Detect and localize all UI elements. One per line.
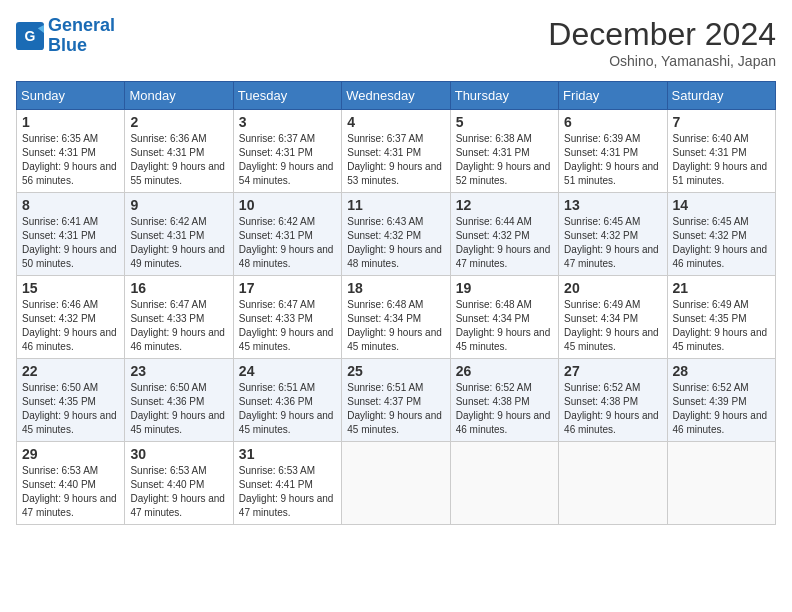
calendar-cell: 18 Sunrise: 6:48 AM Sunset: 4:34 PM Dayl… — [342, 276, 450, 359]
day-number: 17 — [239, 280, 336, 296]
calendar-cell: 3 Sunrise: 6:37 AM Sunset: 4:31 PM Dayli… — [233, 110, 341, 193]
day-info: Sunrise: 6:45 AM Sunset: 4:32 PM Dayligh… — [673, 215, 770, 271]
day-number: 29 — [22, 446, 119, 462]
day-number: 4 — [347, 114, 444, 130]
day-number: 24 — [239, 363, 336, 379]
day-number: 9 — [130, 197, 227, 213]
calendar-cell: 9 Sunrise: 6:42 AM Sunset: 4:31 PM Dayli… — [125, 193, 233, 276]
day-number: 30 — [130, 446, 227, 462]
calendar-cell: 11 Sunrise: 6:43 AM Sunset: 4:32 PM Dayl… — [342, 193, 450, 276]
calendar-cell: 6 Sunrise: 6:39 AM Sunset: 4:31 PM Dayli… — [559, 110, 667, 193]
day-info: Sunrise: 6:41 AM Sunset: 4:31 PM Dayligh… — [22, 215, 119, 271]
logo-text: GeneralBlue — [48, 16, 115, 56]
calendar-cell: 12 Sunrise: 6:44 AM Sunset: 4:32 PM Dayl… — [450, 193, 558, 276]
day-number: 18 — [347, 280, 444, 296]
day-info: Sunrise: 6:47 AM Sunset: 4:33 PM Dayligh… — [239, 298, 336, 354]
calendar-header-row: SundayMondayTuesdayWednesdayThursdayFrid… — [17, 82, 776, 110]
weekday-header-tuesday: Tuesday — [233, 82, 341, 110]
day-number: 12 — [456, 197, 553, 213]
weekday-header-monday: Monday — [125, 82, 233, 110]
month-title: December 2024 — [548, 16, 776, 53]
calendar-week-2: 8 Sunrise: 6:41 AM Sunset: 4:31 PM Dayli… — [17, 193, 776, 276]
day-info: Sunrise: 6:51 AM Sunset: 4:36 PM Dayligh… — [239, 381, 336, 437]
calendar-cell: 14 Sunrise: 6:45 AM Sunset: 4:32 PM Dayl… — [667, 193, 775, 276]
day-number: 3 — [239, 114, 336, 130]
weekday-header-wednesday: Wednesday — [342, 82, 450, 110]
calendar-cell: 16 Sunrise: 6:47 AM Sunset: 4:33 PM Dayl… — [125, 276, 233, 359]
day-info: Sunrise: 6:53 AM Sunset: 4:40 PM Dayligh… — [22, 464, 119, 520]
day-info: Sunrise: 6:39 AM Sunset: 4:31 PM Dayligh… — [564, 132, 661, 188]
day-number: 6 — [564, 114, 661, 130]
day-info: Sunrise: 6:48 AM Sunset: 4:34 PM Dayligh… — [347, 298, 444, 354]
calendar-cell: 7 Sunrise: 6:40 AM Sunset: 4:31 PM Dayli… — [667, 110, 775, 193]
day-info: Sunrise: 6:52 AM Sunset: 4:38 PM Dayligh… — [456, 381, 553, 437]
calendar-cell: 10 Sunrise: 6:42 AM Sunset: 4:31 PM Dayl… — [233, 193, 341, 276]
calendar-week-5: 29 Sunrise: 6:53 AM Sunset: 4:40 PM Dayl… — [17, 442, 776, 525]
day-info: Sunrise: 6:46 AM Sunset: 4:32 PM Dayligh… — [22, 298, 119, 354]
calendar-cell: 22 Sunrise: 6:50 AM Sunset: 4:35 PM Dayl… — [17, 359, 125, 442]
logo-icon: G — [16, 22, 44, 50]
calendar-cell: 20 Sunrise: 6:49 AM Sunset: 4:34 PM Dayl… — [559, 276, 667, 359]
day-number: 22 — [22, 363, 119, 379]
calendar-week-4: 22 Sunrise: 6:50 AM Sunset: 4:35 PM Dayl… — [17, 359, 776, 442]
day-number: 21 — [673, 280, 770, 296]
day-info: Sunrise: 6:40 AM Sunset: 4:31 PM Dayligh… — [673, 132, 770, 188]
day-number: 20 — [564, 280, 661, 296]
calendar-cell: 19 Sunrise: 6:48 AM Sunset: 4:34 PM Dayl… — [450, 276, 558, 359]
day-info: Sunrise: 6:47 AM Sunset: 4:33 PM Dayligh… — [130, 298, 227, 354]
day-number: 27 — [564, 363, 661, 379]
day-info: Sunrise: 6:36 AM Sunset: 4:31 PM Dayligh… — [130, 132, 227, 188]
calendar-cell: 13 Sunrise: 6:45 AM Sunset: 4:32 PM Dayl… — [559, 193, 667, 276]
calendar-week-3: 15 Sunrise: 6:46 AM Sunset: 4:32 PM Dayl… — [17, 276, 776, 359]
day-info: Sunrise: 6:50 AM Sunset: 4:36 PM Dayligh… — [130, 381, 227, 437]
day-info: Sunrise: 6:44 AM Sunset: 4:32 PM Dayligh… — [456, 215, 553, 271]
day-number: 23 — [130, 363, 227, 379]
day-number: 11 — [347, 197, 444, 213]
day-info: Sunrise: 6:53 AM Sunset: 4:41 PM Dayligh… — [239, 464, 336, 520]
calendar-cell: 23 Sunrise: 6:50 AM Sunset: 4:36 PM Dayl… — [125, 359, 233, 442]
calendar-cell — [342, 442, 450, 525]
day-info: Sunrise: 6:49 AM Sunset: 4:35 PM Dayligh… — [673, 298, 770, 354]
day-info: Sunrise: 6:42 AM Sunset: 4:31 PM Dayligh… — [130, 215, 227, 271]
weekday-header-sunday: Sunday — [17, 82, 125, 110]
location: Oshino, Yamanashi, Japan — [548, 53, 776, 69]
calendar-cell — [559, 442, 667, 525]
calendar-cell: 28 Sunrise: 6:52 AM Sunset: 4:39 PM Dayl… — [667, 359, 775, 442]
calendar-cell: 4 Sunrise: 6:37 AM Sunset: 4:31 PM Dayli… — [342, 110, 450, 193]
calendar-cell: 26 Sunrise: 6:52 AM Sunset: 4:38 PM Dayl… — [450, 359, 558, 442]
day-number: 16 — [130, 280, 227, 296]
calendar-week-1: 1 Sunrise: 6:35 AM Sunset: 4:31 PM Dayli… — [17, 110, 776, 193]
title-block: December 2024 Oshino, Yamanashi, Japan — [548, 16, 776, 69]
calendar-cell: 5 Sunrise: 6:38 AM Sunset: 4:31 PM Dayli… — [450, 110, 558, 193]
calendar-cell: 27 Sunrise: 6:52 AM Sunset: 4:38 PM Dayl… — [559, 359, 667, 442]
day-number: 8 — [22, 197, 119, 213]
day-info: Sunrise: 6:52 AM Sunset: 4:39 PM Dayligh… — [673, 381, 770, 437]
day-info: Sunrise: 6:38 AM Sunset: 4:31 PM Dayligh… — [456, 132, 553, 188]
calendar-cell: 15 Sunrise: 6:46 AM Sunset: 4:32 PM Dayl… — [17, 276, 125, 359]
day-info: Sunrise: 6:42 AM Sunset: 4:31 PM Dayligh… — [239, 215, 336, 271]
calendar-cell: 31 Sunrise: 6:53 AM Sunset: 4:41 PM Dayl… — [233, 442, 341, 525]
day-info: Sunrise: 6:48 AM Sunset: 4:34 PM Dayligh… — [456, 298, 553, 354]
day-number: 14 — [673, 197, 770, 213]
day-number: 15 — [22, 280, 119, 296]
weekday-header-thursday: Thursday — [450, 82, 558, 110]
calendar-cell: 29 Sunrise: 6:53 AM Sunset: 4:40 PM Dayl… — [17, 442, 125, 525]
calendar-cell: 2 Sunrise: 6:36 AM Sunset: 4:31 PM Dayli… — [125, 110, 233, 193]
calendar-cell: 30 Sunrise: 6:53 AM Sunset: 4:40 PM Dayl… — [125, 442, 233, 525]
day-number: 25 — [347, 363, 444, 379]
calendar-cell — [667, 442, 775, 525]
weekday-header-friday: Friday — [559, 82, 667, 110]
calendar-cell: 21 Sunrise: 6:49 AM Sunset: 4:35 PM Dayl… — [667, 276, 775, 359]
calendar-table: SundayMondayTuesdayWednesdayThursdayFrid… — [16, 81, 776, 525]
day-number: 10 — [239, 197, 336, 213]
day-info: Sunrise: 6:52 AM Sunset: 4:38 PM Dayligh… — [564, 381, 661, 437]
day-number: 19 — [456, 280, 553, 296]
day-info: Sunrise: 6:35 AM Sunset: 4:31 PM Dayligh… — [22, 132, 119, 188]
day-info: Sunrise: 6:49 AM Sunset: 4:34 PM Dayligh… — [564, 298, 661, 354]
day-info: Sunrise: 6:50 AM Sunset: 4:35 PM Dayligh… — [22, 381, 119, 437]
logo: G GeneralBlue — [16, 16, 115, 56]
day-number: 28 — [673, 363, 770, 379]
calendar-cell: 1 Sunrise: 6:35 AM Sunset: 4:31 PM Dayli… — [17, 110, 125, 193]
page-header: G GeneralBlue December 2024 Oshino, Yama… — [16, 16, 776, 69]
calendar-cell: 24 Sunrise: 6:51 AM Sunset: 4:36 PM Dayl… — [233, 359, 341, 442]
